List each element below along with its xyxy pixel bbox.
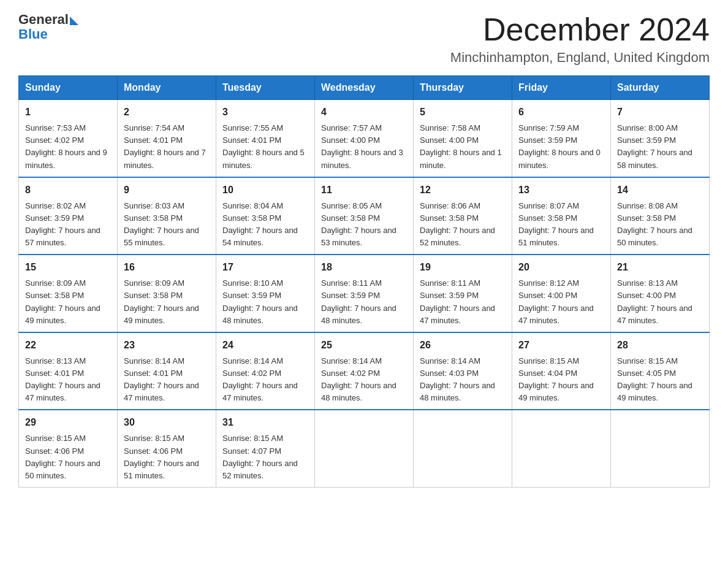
calendar-cell: 1Sunrise: 7:53 AMSunset: 4:02 PMDaylight… (19, 100, 118, 177)
day-info: Sunrise: 8:15 AMSunset: 4:05 PMDaylight:… (617, 355, 703, 405)
day-info: Sunrise: 8:06 AMSunset: 3:58 PMDaylight:… (420, 200, 506, 250)
day-info: Sunrise: 7:54 AMSunset: 4:01 PMDaylight:… (124, 122, 210, 172)
header-friday: Friday (512, 76, 611, 100)
day-info: Sunrise: 8:15 AMSunset: 4:04 PMDaylight:… (518, 355, 604, 405)
day-number: 15 (25, 260, 111, 275)
calendar-cell: 26Sunrise: 8:14 AMSunset: 4:03 PMDayligh… (414, 332, 512, 410)
header-thursday: Thursday (414, 76, 512, 100)
calendar-cell: 4Sunrise: 7:57 AMSunset: 4:00 PMDaylight… (315, 100, 414, 177)
day-info: Sunrise: 8:04 AMSunset: 3:58 PMDaylight:… (222, 200, 308, 250)
day-info: Sunrise: 8:13 AMSunset: 4:00 PMDaylight:… (617, 277, 703, 327)
calendar-header-row: SundayMondayTuesdayWednesdayThursdayFrid… (19, 76, 710, 100)
calendar-cell: 17Sunrise: 8:10 AMSunset: 3:59 PMDayligh… (216, 255, 315, 332)
header-sunday: Sunday (19, 76, 118, 100)
calendar-cell: 12Sunrise: 8:06 AMSunset: 3:58 PMDayligh… (414, 177, 512, 255)
month-year-title: December 2024 (450, 12, 710, 47)
calendar-week-row: 1Sunrise: 7:53 AMSunset: 4:02 PMDaylight… (19, 100, 710, 177)
day-info: Sunrise: 8:15 AMSunset: 4:07 PMDaylight:… (222, 432, 308, 482)
day-info: Sunrise: 7:59 AMSunset: 3:59 PMDaylight:… (518, 122, 604, 172)
day-number: 10 (222, 183, 308, 197)
day-number: 13 (518, 183, 604, 197)
calendar-week-row: 15Sunrise: 8:09 AMSunset: 3:58 PMDayligh… (19, 255, 710, 332)
calendar-cell (512, 410, 611, 487)
day-number: 9 (124, 183, 210, 197)
day-number: 27 (518, 338, 604, 353)
day-number: 2 (124, 105, 210, 120)
day-info: Sunrise: 7:53 AMSunset: 4:02 PMDaylight:… (25, 122, 111, 172)
day-number: 12 (420, 183, 506, 197)
calendar-cell: 29Sunrise: 8:15 AMSunset: 4:06 PMDayligh… (19, 410, 118, 487)
day-info: Sunrise: 8:14 AMSunset: 4:02 PMDaylight:… (321, 355, 407, 405)
day-number: 4 (321, 105, 407, 120)
calendar-cell: 30Sunrise: 8:15 AMSunset: 4:06 PMDayligh… (118, 410, 216, 487)
logo-blue-text: Blue (18, 27, 78, 42)
calendar-cell (611, 410, 710, 487)
day-number: 14 (617, 183, 703, 197)
calendar-cell (315, 410, 414, 487)
day-number: 19 (420, 260, 506, 275)
day-number: 22 (25, 338, 111, 353)
calendar-week-row: 8Sunrise: 8:02 AMSunset: 3:59 PMDaylight… (19, 177, 710, 255)
calendar-cell: 13Sunrise: 8:07 AMSunset: 3:58 PMDayligh… (512, 177, 611, 255)
day-info: Sunrise: 8:14 AMSunset: 4:02 PMDaylight:… (222, 355, 308, 405)
location-subtitle: Minchinhampton, England, United Kingdom (450, 50, 710, 66)
calendar-cell: 14Sunrise: 8:08 AMSunset: 3:58 PMDayligh… (611, 177, 710, 255)
calendar-table: SundayMondayTuesdayWednesdayThursdayFrid… (18, 75, 710, 488)
day-number: 7 (617, 105, 703, 120)
day-info: Sunrise: 8:09 AMSunset: 3:58 PMDaylight:… (25, 277, 111, 327)
day-info: Sunrise: 8:15 AMSunset: 4:06 PMDaylight:… (124, 432, 210, 482)
header-tuesday: Tuesday (216, 76, 315, 100)
day-info: Sunrise: 8:10 AMSunset: 3:59 PMDaylight:… (222, 277, 308, 327)
calendar-cell: 7Sunrise: 8:00 AMSunset: 3:59 PMDaylight… (611, 100, 710, 177)
calendar-cell: 18Sunrise: 8:11 AMSunset: 3:59 PMDayligh… (315, 255, 414, 332)
day-info: Sunrise: 7:57 AMSunset: 4:00 PMDaylight:… (321, 122, 407, 172)
day-info: Sunrise: 8:13 AMSunset: 4:01 PMDaylight:… (25, 355, 111, 405)
logo: General Blue (18, 12, 78, 42)
day-info: Sunrise: 8:03 AMSunset: 3:58 PMDaylight:… (124, 200, 210, 250)
calendar-cell: 11Sunrise: 8:05 AMSunset: 3:58 PMDayligh… (315, 177, 414, 255)
calendar-cell: 22Sunrise: 8:13 AMSunset: 4:01 PMDayligh… (19, 332, 118, 410)
calendar-cell: 23Sunrise: 8:14 AMSunset: 4:01 PMDayligh… (118, 332, 216, 410)
calendar-cell: 5Sunrise: 7:58 AMSunset: 4:00 PMDaylight… (414, 100, 512, 177)
day-info: Sunrise: 8:09 AMSunset: 3:58 PMDaylight:… (124, 277, 210, 327)
calendar-cell: 3Sunrise: 7:55 AMSunset: 4:01 PMDaylight… (216, 100, 315, 177)
calendar-week-row: 22Sunrise: 8:13 AMSunset: 4:01 PMDayligh… (19, 332, 710, 410)
calendar-cell: 21Sunrise: 8:13 AMSunset: 4:00 PMDayligh… (611, 255, 710, 332)
day-info: Sunrise: 8:11 AMSunset: 3:59 PMDaylight:… (420, 277, 506, 327)
calendar-cell: 9Sunrise: 8:03 AMSunset: 3:58 PMDaylight… (118, 177, 216, 255)
day-number: 8 (25, 183, 111, 197)
day-number: 24 (222, 338, 308, 353)
calendar-cell: 6Sunrise: 7:59 AMSunset: 3:59 PMDaylight… (512, 100, 611, 177)
day-info: Sunrise: 8:11 AMSunset: 3:59 PMDaylight:… (321, 277, 407, 327)
calendar-cell: 27Sunrise: 8:15 AMSunset: 4:04 PMDayligh… (512, 332, 611, 410)
day-number: 5 (420, 105, 506, 120)
calendar-cell: 19Sunrise: 8:11 AMSunset: 3:59 PMDayligh… (414, 255, 512, 332)
calendar-cell: 15Sunrise: 8:09 AMSunset: 3:58 PMDayligh… (19, 255, 118, 332)
day-info: Sunrise: 8:02 AMSunset: 3:59 PMDaylight:… (25, 200, 111, 250)
day-number: 31 (222, 415, 308, 430)
day-number: 25 (321, 338, 407, 353)
day-info: Sunrise: 8:07 AMSunset: 3:58 PMDaylight:… (518, 200, 604, 250)
day-number: 20 (518, 260, 604, 275)
header-wednesday: Wednesday (315, 76, 414, 100)
calendar-cell: 16Sunrise: 8:09 AMSunset: 3:58 PMDayligh… (118, 255, 216, 332)
day-number: 6 (518, 105, 604, 120)
header-monday: Monday (118, 76, 216, 100)
day-number: 28 (617, 338, 703, 353)
title-block: December 2024 Minchinhampton, England, U… (450, 12, 710, 66)
day-info: Sunrise: 8:14 AMSunset: 4:01 PMDaylight:… (124, 355, 210, 405)
page-header: General Blue December 2024 Minchinhampto… (18, 12, 710, 66)
day-number: 16 (124, 260, 210, 275)
calendar-cell: 28Sunrise: 8:15 AMSunset: 4:05 PMDayligh… (611, 332, 710, 410)
day-number: 21 (617, 260, 703, 275)
day-number: 26 (420, 338, 506, 353)
calendar-cell: 24Sunrise: 8:14 AMSunset: 4:02 PMDayligh… (216, 332, 315, 410)
day-number: 30 (124, 415, 210, 430)
day-number: 18 (321, 260, 407, 275)
day-info: Sunrise: 8:15 AMSunset: 4:06 PMDaylight:… (25, 432, 111, 482)
day-info: Sunrise: 8:08 AMSunset: 3:58 PMDaylight:… (617, 200, 703, 250)
calendar-cell: 10Sunrise: 8:04 AMSunset: 3:58 PMDayligh… (216, 177, 315, 255)
logo-general-text: General (18, 12, 69, 27)
day-number: 1 (25, 105, 111, 120)
logo-triangle-icon (70, 17, 78, 25)
